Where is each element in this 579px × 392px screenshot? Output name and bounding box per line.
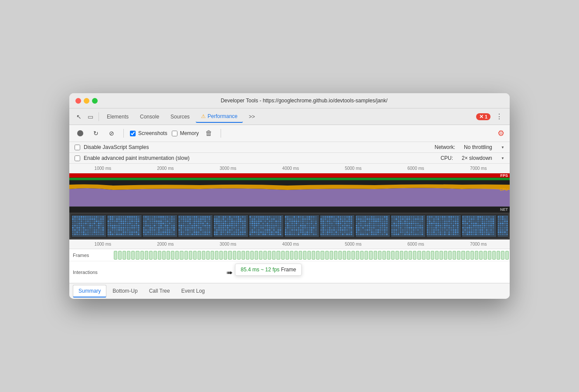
frame-block[interactable] — [149, 251, 153, 260]
frame-block[interactable] — [294, 251, 298, 260]
tab-more[interactable]: >> — [244, 111, 260, 122]
frame-block[interactable] — [330, 251, 333, 260]
frame-block[interactable] — [382, 251, 386, 260]
frame-block[interactable] — [299, 251, 302, 260]
enable-paint-label[interactable]: Enable advanced paint instrumentation (s… — [84, 155, 190, 161]
cpu-select[interactable]: 2× slowdown — [462, 155, 499, 161]
frame-block[interactable] — [431, 251, 434, 260]
frame-block[interactable] — [211, 251, 214, 260]
frame-block[interactable] — [417, 251, 421, 260]
frame-block[interactable] — [158, 251, 161, 260]
frame-block[interactable] — [206, 251, 210, 260]
tab-performance[interactable]: ⚠Performance — [196, 111, 243, 123]
frame-block[interactable] — [364, 251, 368, 260]
frame-block[interactable] — [347, 251, 351, 260]
frame-block[interactable] — [242, 251, 245, 260]
frame-block[interactable] — [475, 251, 478, 260]
delete-recording-button[interactable]: 🗑 — [203, 128, 215, 139]
frame-block[interactable] — [356, 251, 359, 260]
frame-block[interactable] — [114, 251, 117, 260]
frame-block[interactable] — [193, 251, 197, 260]
frame-block[interactable] — [219, 251, 223, 260]
device-toggle-button[interactable]: ▭ — [85, 112, 96, 122]
frame-block[interactable] — [167, 251, 170, 260]
frame-block[interactable] — [286, 251, 289, 260]
tab-elements[interactable]: Elements — [102, 111, 134, 122]
settings-icon[interactable]: ⚙ — [497, 128, 504, 138]
frame-block[interactable] — [180, 251, 183, 260]
frame-block[interactable] — [189, 251, 192, 260]
frame-block[interactable] — [250, 251, 254, 260]
frame-block[interactable] — [140, 251, 144, 260]
frame-block[interactable] — [338, 251, 342, 260]
frame-block[interactable] — [461, 251, 465, 260]
frame-block[interactable] — [378, 251, 381, 260]
frame-block[interactable] — [131, 251, 135, 260]
frame-block[interactable] — [215, 251, 218, 260]
memory-label[interactable]: Memory — [180, 130, 199, 136]
frame-block[interactable] — [145, 251, 148, 260]
overview-charts[interactable]: FPS CPU NET — [69, 173, 510, 213]
frame-block[interactable] — [343, 251, 346, 260]
frame-block[interactable] — [320, 251, 324, 260]
frame-block[interactable] — [470, 251, 474, 260]
frame-block[interactable] — [268, 251, 271, 260]
frame-block[interactable] — [391, 251, 395, 260]
frame-block[interactable] — [246, 251, 249, 260]
frame-block[interactable] — [281, 251, 285, 260]
frame-block[interactable] — [466, 251, 470, 260]
frame-block[interactable] — [492, 251, 496, 260]
frame-block[interactable] — [233, 251, 236, 260]
frame-block[interactable] — [263, 251, 267, 260]
minimize-button[interactable] — [84, 98, 89, 104]
tab-bottom-up[interactable]: Bottom-Up — [107, 285, 143, 297]
frame-block[interactable] — [118, 251, 122, 260]
tab-console[interactable]: Console — [135, 111, 164, 122]
frame-block[interactable] — [395, 251, 399, 260]
frame-block[interactable] — [123, 251, 126, 260]
frame-block[interactable] — [312, 251, 315, 260]
frame-block[interactable] — [484, 251, 487, 260]
frame-block[interactable] — [422, 251, 426, 260]
frame-block[interactable] — [255, 251, 258, 260]
frame-block[interactable] — [136, 251, 139, 260]
tab-call-tree[interactable]: Call Tree — [144, 285, 175, 297]
frame-block[interactable] — [448, 251, 452, 260]
tab-sources[interactable]: Sources — [165, 111, 195, 122]
frame-block[interactable] — [237, 251, 241, 260]
frame-block[interactable] — [488, 251, 491, 260]
frame-block[interactable] — [426, 251, 430, 260]
frame-block[interactable] — [171, 251, 174, 260]
frame-block[interactable] — [175, 251, 179, 260]
close-button[interactable] — [75, 98, 81, 104]
frame-block[interactable] — [413, 251, 416, 260]
frame-block[interactable] — [479, 251, 483, 260]
frame-block[interactable] — [505, 251, 509, 260]
disable-js-samples-label[interactable]: Disable JavaScript Samples — [84, 144, 149, 150]
frame-block[interactable] — [400, 251, 403, 260]
frame-block[interactable] — [497, 251, 500, 260]
tab-event-log[interactable]: Event Log — [176, 285, 210, 297]
frame-block[interactable] — [387, 251, 390, 260]
frame-block[interactable] — [184, 251, 188, 260]
frame-block[interactable] — [272, 251, 276, 260]
frame-block[interactable] — [162, 251, 166, 260]
frame-block[interactable] — [259, 251, 262, 260]
frame-block[interactable] — [276, 251, 280, 260]
frame-block[interactable] — [439, 251, 443, 260]
frame-block[interactable] — [360, 251, 364, 260]
frame-block[interactable] — [404, 251, 408, 260]
frame-block[interactable] — [228, 251, 232, 260]
frame-block[interactable] — [374, 251, 377, 260]
frame-block[interactable] — [334, 251, 337, 260]
frame-block[interactable] — [369, 251, 372, 260]
frame-block[interactable] — [501, 251, 504, 260]
frame-block[interactable] — [453, 251, 456, 260]
memory-checkbox[interactable] — [172, 131, 177, 136]
frame-block[interactable] — [290, 251, 293, 260]
reload-record-button[interactable]: ↻ — [90, 128, 102, 139]
record-button[interactable] — [75, 128, 86, 139]
cursor-tool-button[interactable]: ↖ — [74, 112, 84, 122]
frame-block[interactable] — [325, 251, 329, 260]
tab-summary[interactable]: Summary — [73, 285, 106, 297]
